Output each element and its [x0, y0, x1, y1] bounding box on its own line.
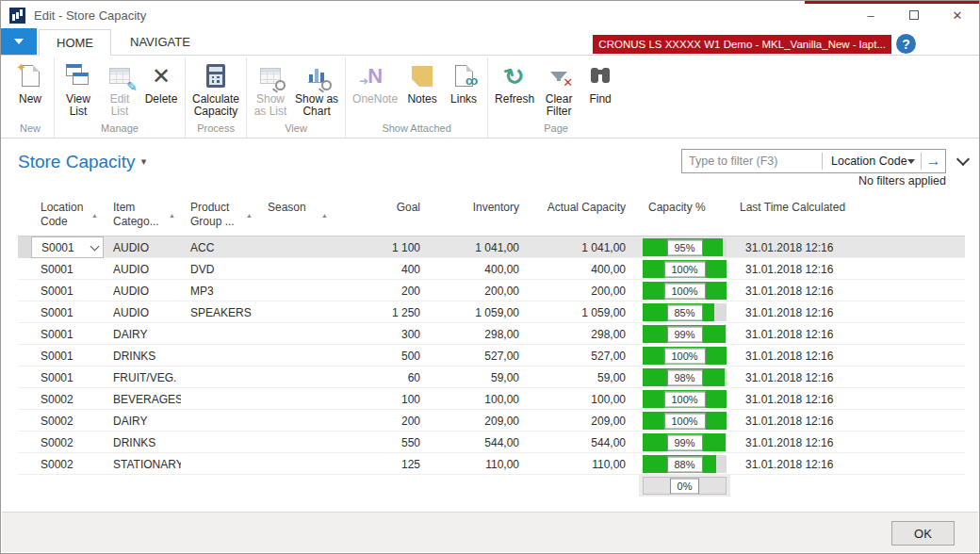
cell-inventory[interactable]: 298,00 — [433, 323, 532, 345]
cell-goal[interactable]: 200 — [334, 410, 433, 432]
sort-ascending-icon[interactable]: ▲ — [246, 208, 253, 222]
cell-capacity-pct[interactable]: 100% — [639, 388, 730, 410]
cell-item-category[interactable]: AUDIO — [104, 280, 181, 301]
cell-item-category[interactable]: DAIRY — [104, 323, 181, 345]
table-row[interactable]: S0002STATIONARY125110,00110,0088%31.01.2… — [18, 453, 965, 475]
application-menu-button[interactable] — [1, 28, 37, 55]
cell-capacity-pct[interactable]: 85% — [639, 301, 730, 323]
links-button[interactable]: coLinks — [443, 57, 484, 106]
cell-actual-capacity[interactable]: 1 059,00 — [532, 301, 639, 323]
cell-actual-capacity[interactable]: 298,00 — [532, 323, 639, 345]
cell-capacity-pct[interactable]: 98% — [639, 367, 730, 388]
cell-capacity-pct[interactable]: 100% — [639, 258, 730, 280]
cell-season[interactable] — [258, 301, 334, 323]
cell-location-code[interactable]: S0001 — [31, 367, 104, 388]
table-row[interactable]: S0002DRINKS550544,00544,0099%31.01.2018 … — [18, 432, 965, 453]
row-selector[interactable] — [18, 258, 31, 280]
table-row[interactable]: S0001DAIRY300298,00298,0099%31.01.2018 1… — [18, 323, 965, 345]
cell-season[interactable] — [258, 258, 334, 280]
cell-actual-capacity[interactable]: 110,00 — [532, 453, 639, 475]
table-row[interactable]: S0001AUDIODVD400400,00400,00100%31.01.20… — [18, 258, 965, 280]
cell-season[interactable] — [258, 410, 334, 432]
find-button[interactable]: Find — [580, 57, 621, 106]
cell-location-code[interactable]: S0002 — [31, 410, 104, 432]
cell-last-time-calculated[interactable]: 31.01.2018 12:16 — [730, 280, 965, 301]
cell-item-category[interactable]: FRUIT/VEG. — [104, 367, 181, 388]
table-row[interactable]: S0002BEVERAGES100100,00100,00100%31.01.2… — [18, 388, 965, 410]
cell-season[interactable] — [258, 236, 334, 258]
help-button[interactable]: ? — [896, 34, 916, 54]
cell-actual-capacity[interactable]: 544,00 — [532, 432, 639, 453]
cell-item-category[interactable]: AUDIO — [104, 301, 181, 323]
cell-item-category[interactable]: STATIONARY — [104, 453, 181, 475]
column-header-capacity[interactable]: Capacity % — [639, 199, 730, 236]
cell-goal[interactable]: 300 — [334, 323, 433, 345]
new-button[interactable]: ✦New — [9, 57, 51, 106]
cell-goal[interactable]: 1 100 — [334, 236, 433, 258]
view-list-button[interactable]: View List — [57, 57, 99, 118]
cell-last-time-calculated[interactable]: 31.01.2018 12:16 — [730, 367, 965, 388]
cell-goal[interactable]: 1 250 — [334, 301, 433, 323]
table-row[interactable]: S0001AUDIOSPEAKERS1 2501 059,001 059,008… — [18, 301, 965, 323]
row-selector[interactable] — [18, 301, 31, 323]
cell-location-code[interactable]: S0002 — [31, 432, 104, 453]
maximize-button[interactable] — [892, 1, 936, 29]
cell-season[interactable] — [258, 345, 334, 367]
cell-product-group[interactable] — [181, 410, 258, 432]
column-header-location-code[interactable]: Location Code▲ — [31, 199, 104, 236]
cell-last-time-calculated[interactable]: 31.01.2018 12:16 — [730, 388, 965, 410]
filter-field-select[interactable]: Location Code — [823, 150, 921, 172]
cell-product-group[interactable] — [181, 453, 258, 475]
cell-item-category[interactable]: BEVERAGES — [104, 388, 181, 410]
cell-season[interactable] — [258, 323, 334, 345]
sort-ascending-icon[interactable]: ▲ — [91, 208, 98, 222]
cell-item-category[interactable]: DAIRY — [104, 410, 181, 432]
cell-actual-capacity[interactable]: 200,00 — [532, 280, 639, 301]
refresh-button[interactable]: ↻Refresh — [491, 57, 538, 106]
cell-location-code[interactable]: S0001 — [31, 280, 104, 301]
cell-item-category[interactable]: DRINKS — [104, 432, 181, 453]
cell-product-group[interactable]: DVD — [181, 258, 258, 280]
show-as-chart-button[interactable]: Show as Chart — [291, 57, 342, 118]
cell-product-group[interactable] — [181, 345, 258, 367]
cell-location-code[interactable]: S0001 — [31, 345, 104, 367]
row-selector[interactable] — [18, 388, 31, 410]
cell-inventory[interactable]: 1 059,00 — [433, 301, 532, 323]
cell-capacity-pct[interactable]: 99% — [639, 323, 730, 345]
cell-inventory[interactable]: 59,00 — [433, 367, 532, 388]
cell-location-code[interactable]: S0002 — [31, 388, 104, 410]
cell-capacity-pct[interactable]: 100% — [639, 410, 730, 432]
row-selector[interactable] — [18, 323, 31, 345]
cell-product-group[interactable]: ACC — [181, 236, 258, 258]
table-row[interactable]: S0001FRUIT/VEG.6059,0059,0098%31.01.2018… — [18, 367, 965, 388]
row-selector[interactable] — [18, 475, 31, 497]
cell-location-code[interactable]: S0001 — [31, 258, 104, 280]
cell-inventory[interactable]: 110,00 — [433, 453, 532, 475]
cell-product-group[interactable] — [181, 367, 258, 388]
cell-product-group[interactable] — [181, 323, 258, 345]
page-title-dropdown-icon[interactable]: ▾ — [141, 155, 147, 167]
cell-product-group[interactable]: MP3 — [181, 280, 258, 301]
cell-season[interactable] — [258, 388, 334, 410]
column-header-actual-capacity[interactable]: Actual Capacity — [532, 199, 639, 236]
column-header-season[interactable]: Season▲ — [258, 199, 334, 236]
cell-last-time-calculated[interactable]: 31.01.2018 12:16 — [730, 453, 965, 475]
cell-location-code[interactable]: S0001 — [31, 301, 104, 323]
row-selector[interactable] — [18, 236, 31, 258]
cell-actual-capacity[interactable]: 209,00 — [532, 410, 639, 432]
table-row[interactable]: S0001AUDIOACC1 1001 041,001 041,0095%31.… — [18, 236, 965, 258]
row-selector[interactable] — [18, 410, 31, 432]
cell-last-time-calculated[interactable]: 31.01.2018 12:16 — [730, 432, 965, 453]
cell-capacity-pct[interactable]: 88% — [639, 453, 730, 475]
cell-location-code[interactable]: S0002 — [31, 453, 104, 475]
cell-goal[interactable]: 60 — [334, 367, 433, 388]
expand-filter-pane-chevron-icon[interactable] — [958, 155, 969, 165]
table-row[interactable]: S0001AUDIOMP3200200,00200,00100%31.01.20… — [18, 280, 965, 301]
cell-last-time-calculated[interactable]: 31.01.2018 12:16 — [730, 301, 965, 323]
ok-button[interactable]: OK — [891, 521, 955, 546]
cell-goal[interactable]: 100 — [334, 388, 433, 410]
cell-season[interactable] — [258, 453, 334, 475]
cell-capacity-pct[interactable]: 95% — [639, 236, 730, 258]
cell-goal[interactable]: 500 — [334, 345, 433, 367]
cell-actual-capacity[interactable]: 527,00 — [532, 345, 639, 367]
